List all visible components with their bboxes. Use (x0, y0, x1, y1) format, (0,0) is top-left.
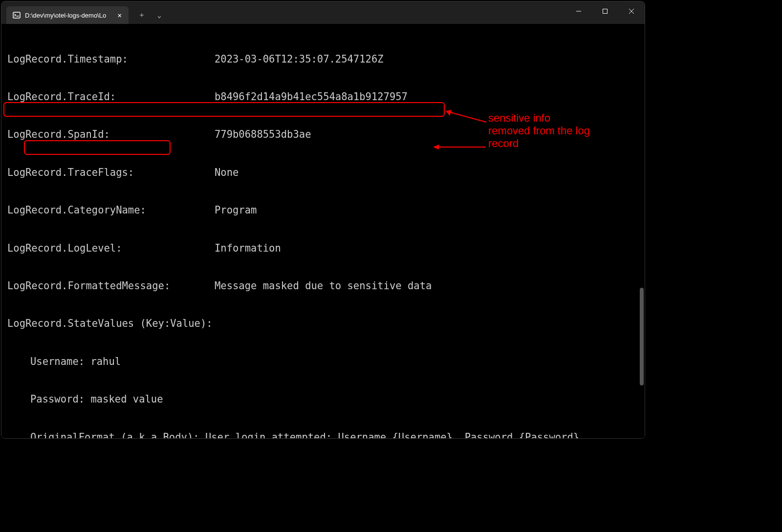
log-field-key: LogRecord.LogLevel: (7, 242, 215, 255)
arrow-icon (445, 110, 489, 125)
log-field-value: None (215, 167, 239, 179)
highlight-password (24, 140, 171, 155)
log-field-value: b8496f2d14a9b41ec554a8a1b9127957 (215, 91, 408, 104)
terminal-icon (12, 11, 21, 20)
log-field-value: Program (215, 204, 257, 217)
state-value: Username: rahul (7, 356, 639, 368)
log-field-key: LogRecord.SpanId: (7, 128, 215, 141)
svg-line-5 (449, 112, 486, 122)
arrow-icon (173, 144, 488, 154)
window-controls (565, 1, 645, 21)
state-value: Password: masked value (7, 393, 639, 406)
active-tab[interactable]: D:\dev\my\otel-logs-demo\Lo ✕ (6, 6, 129, 24)
state-value: OriginalFormat (a.k.a Body): User login … (7, 431, 639, 439)
log-field-key: LogRecord.TraceId: (7, 91, 215, 104)
new-tab-button[interactable]: ＋ (133, 7, 150, 23)
close-icon (629, 8, 634, 14)
close-button[interactable] (618, 1, 645, 21)
log-field-key: LogRecord.Timestamp: (7, 53, 215, 66)
log-field-value: Message masked due to sensitive data (215, 280, 432, 293)
terminal-window: D:\dev\my\otel-logs-demo\Lo ✕ ＋ ⌄ LogRec… (1, 1, 645, 439)
minimize-icon (576, 8, 582, 14)
minimize-button[interactable] (565, 1, 592, 21)
highlight-formatted-message (3, 102, 445, 117)
annotation-label: sensitive info removed from the log reco… (488, 112, 590, 150)
tab-close-button[interactable]: ✕ (116, 10, 124, 20)
tab-dropdown-button[interactable]: ⌄ (151, 7, 168, 23)
svg-rect-0 (13, 12, 20, 18)
log-field-value: 2023-03-06T12:35:07.2547126Z (215, 53, 384, 66)
log-field-value: 779b0688553db3ae (215, 128, 311, 141)
svg-rect-2 (603, 9, 608, 14)
log-field-key: LogRecord.CategoryName: (7, 204, 215, 217)
log-field-value: Information (215, 242, 281, 255)
svg-marker-6 (446, 110, 452, 116)
maximize-icon (602, 8, 608, 14)
svg-marker-8 (433, 145, 439, 149)
terminal-output[interactable]: LogRecord.Timestamp:2023-03-06T12:35:07.… (1, 24, 645, 438)
titlebar: D:\dev\my\otel-logs-demo\Lo ✕ ＋ ⌄ (1, 1, 645, 24)
log-state-header: LogRecord.StateValues (Key:Value): (7, 318, 639, 330)
log-field-key: LogRecord.TraceFlags: (7, 167, 215, 179)
scrollbar-thumb[interactable] (640, 288, 644, 385)
log-field-key: LogRecord.FormattedMessage: (7, 280, 215, 293)
maximize-button[interactable] (592, 1, 618, 21)
tab-title: D:\dev\my\otel-logs-demo\Lo (25, 12, 112, 19)
tab-actions: ＋ ⌄ (133, 7, 168, 23)
